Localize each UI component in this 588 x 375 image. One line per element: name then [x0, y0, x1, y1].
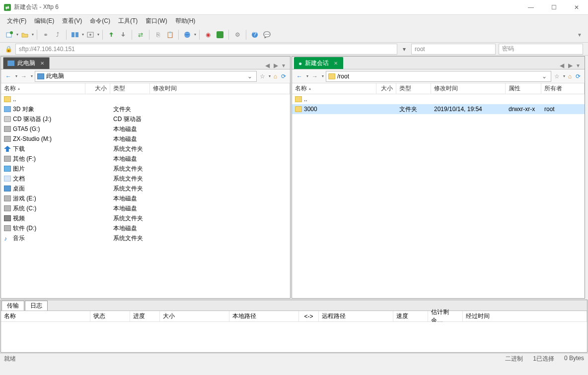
file-row[interactable]: 其他 (F:)本地磁盘: [1, 154, 290, 164]
chat-icon[interactable]: 💬: [261, 29, 272, 40]
star-icon[interactable]: ☆: [553, 73, 561, 80]
refresh-icon[interactable]: ⟳: [280, 73, 287, 80]
tab-transfer[interactable]: 传输: [1, 301, 24, 311]
menu-command[interactable]: 命令(C): [87, 16, 113, 26]
tcol-progress[interactable]: 进度: [130, 311, 160, 321]
file-row[interactable]: ..: [1, 94, 290, 104]
remote-path-input[interactable]: /root ⌄: [326, 71, 551, 82]
col-attrs[interactable]: 属性: [506, 83, 541, 94]
tab-log[interactable]: 日志: [25, 301, 48, 311]
globe-icon[interactable]: [182, 29, 193, 40]
back-icon[interactable]: ←: [295, 72, 304, 81]
tcol-name[interactable]: 名称: [1, 311, 90, 321]
separator: [66, 30, 67, 40]
swirl-icon[interactable]: ◉: [203, 29, 214, 40]
col-owner[interactable]: 所有者: [541, 83, 585, 94]
window-controls: — ☐ ✕: [519, 0, 588, 15]
tab-prev-icon[interactable]: ◀: [560, 62, 564, 69]
forward-icon[interactable]: →: [310, 72, 319, 81]
tcol-status[interactable]: 状态: [90, 311, 130, 321]
col-mtime[interactable]: 修改时间: [150, 83, 290, 94]
col-size[interactable]: 大小: [85, 83, 110, 94]
sort-asc-icon: ▴: [18, 86, 20, 91]
paste-icon[interactable]: 📋: [164, 29, 175, 40]
file-row[interactable]: GTA5 (G:)本地磁盘: [1, 124, 290, 134]
close-button[interactable]: ✕: [565, 0, 588, 15]
file-row[interactable]: 游戏 (E:)本地磁盘: [1, 193, 290, 203]
password-input[interactable]: 密码: [499, 44, 583, 55]
panes-icon[interactable]: [70, 29, 80, 40]
username-input[interactable]: root: [411, 44, 496, 55]
file-row[interactable]: 3000文件夹2019/10/14, 19:54drwxr-xr-xroot: [292, 104, 585, 114]
minimize-button[interactable]: —: [519, 0, 542, 15]
tab-close-icon[interactable]: ✕: [40, 61, 44, 66]
tcol-remain[interactable]: 估计剩余…: [428, 311, 463, 321]
path-dropdown-icon[interactable]: ⌄: [540, 73, 549, 80]
col-type[interactable]: 类型: [396, 83, 431, 94]
col-name[interactable]: 名称▴: [292, 83, 376, 94]
menu-view[interactable]: 查看(V): [59, 16, 85, 26]
col-type[interactable]: 类型: [110, 83, 150, 94]
path-dropdown-icon[interactable]: ⌄: [245, 73, 254, 80]
local-tab[interactable]: 此电脑 ✕: [3, 57, 50, 69]
xshell-icon[interactable]: [215, 29, 225, 40]
star-icon[interactable]: ☆: [259, 73, 266, 80]
tab-close-icon[interactable]: ✕: [334, 61, 338, 66]
settings-icon[interactable]: ⚙: [232, 29, 243, 40]
tcol-localpath[interactable]: 本地路径: [229, 311, 299, 321]
local-path-input[interactable]: 此电脑 ⌄: [35, 71, 257, 82]
download-icon[interactable]: [118, 29, 129, 40]
tab-next-icon[interactable]: ▶: [568, 62, 573, 69]
file-row[interactable]: ZX-Studio (M:)本地磁盘: [1, 134, 290, 144]
file-row[interactable]: 文档系统文件夹: [1, 174, 290, 184]
tcol-size[interactable]: 大小: [160, 311, 229, 321]
file-row[interactable]: 软件 (D:)本地磁盘: [1, 223, 290, 233]
menu-edit[interactable]: 编辑(E): [31, 16, 57, 26]
file-row[interactable]: 桌面系统文件夹: [1, 184, 290, 193]
new-session-icon[interactable]: [4, 29, 15, 40]
forward-icon[interactable]: →: [19, 72, 28, 81]
file-row[interactable]: 系统 (C:)本地磁盘: [1, 203, 290, 213]
menu-file[interactable]: 文件(F): [4, 16, 29, 26]
home-icon[interactable]: ⌂: [273, 73, 278, 80]
help-icon[interactable]: ?: [249, 29, 260, 40]
tab-next-icon[interactable]: ▶: [274, 62, 278, 69]
col-size[interactable]: 大小: [376, 83, 396, 94]
col-name[interactable]: 名称▴: [1, 83, 85, 94]
file-row[interactable]: 下载系统文件夹: [1, 144, 290, 154]
toolbar-overflow[interactable]: ▾: [575, 31, 584, 38]
file-row[interactable]: 图片系统文件夹: [1, 164, 290, 174]
open-folder-icon[interactable]: [19, 29, 30, 40]
file-row[interactable]: CD 驱动器 (J:)CD 驱动器: [1, 114, 290, 124]
back-icon[interactable]: ←: [4, 72, 13, 81]
layout-icon[interactable]: [85, 29, 96, 40]
upload-icon[interactable]: [106, 29, 117, 40]
file-row[interactable]: ..: [292, 94, 585, 104]
tcol-direction[interactable]: <->: [299, 311, 319, 321]
tab-menu-icon[interactable]: ▾: [577, 62, 580, 69]
tab-prev-icon[interactable]: ◀: [265, 62, 270, 69]
local-file-list: 名称▴ 大小 类型 修改时间 ..3D 对象文件夹CD 驱动器 (J:)CD 驱…: [1, 83, 290, 298]
tab-menu-icon[interactable]: ▾: [282, 62, 285, 69]
svg-text:?: ?: [253, 31, 257, 38]
share-icon[interactable]: ⤴: [52, 29, 63, 40]
tcol-speed[interactable]: 速度: [393, 311, 428, 321]
copy-icon[interactable]: ⎘: [152, 29, 163, 40]
link-icon[interactable]: ⚭: [40, 29, 51, 40]
file-row[interactable]: ♪音乐系统文件夹: [1, 233, 290, 243]
menu-window[interactable]: 窗口(W): [143, 16, 170, 26]
maximize-button[interactable]: ☐: [542, 0, 565, 15]
address-dropdown[interactable]: ▾: [400, 46, 408, 53]
file-row[interactable]: 视频系统文件夹: [1, 213, 290, 223]
tcol-remotepath[interactable]: 远程路径: [319, 311, 393, 321]
col-mtime[interactable]: 修改时间: [431, 83, 506, 94]
menu-tools[interactable]: 工具(T): [115, 16, 141, 26]
tcol-elapsed[interactable]: 经过时间: [463, 311, 587, 321]
home-icon[interactable]: ⌂: [567, 73, 573, 80]
sync-icon[interactable]: ⇄: [135, 29, 146, 40]
remote-tab[interactable]: ● 新建会话 ✕: [294, 57, 343, 69]
refresh-icon[interactable]: ⟳: [575, 73, 582, 80]
menu-help[interactable]: 帮助(H): [172, 16, 199, 26]
file-row[interactable]: 3D 对象文件夹: [1, 104, 290, 114]
address-input[interactable]: sftp://47.106.140.151: [15, 44, 397, 55]
